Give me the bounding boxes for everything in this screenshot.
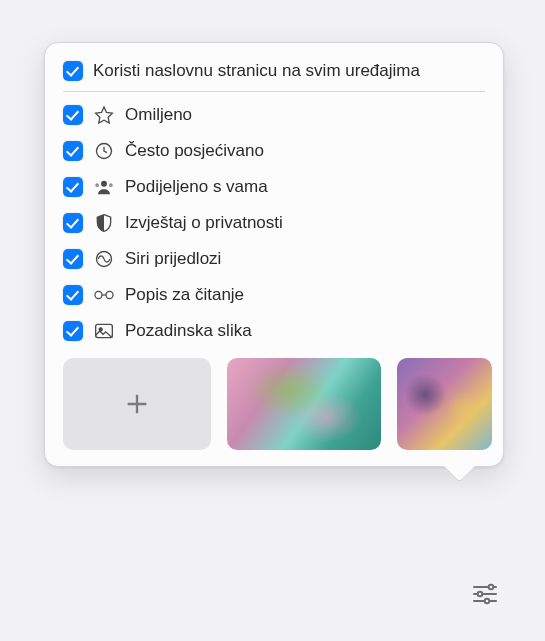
svg-point-3	[95, 183, 99, 187]
option-reading-list: Popis za čitanje	[63, 280, 485, 310]
option-siri-suggestions: Siri prijedlozi	[63, 244, 485, 274]
frequently-visited-label: Često posjećivano	[125, 141, 264, 161]
svg-point-13	[478, 592, 483, 597]
svg-point-2	[101, 181, 107, 187]
header-row: Koristi naslovnu stranicu na svim uređaj…	[45, 57, 503, 91]
background-thumbnails	[45, 358, 503, 450]
background-image-checkbox[interactable]	[63, 321, 83, 341]
option-frequently-visited: Često posjećivano	[63, 136, 485, 166]
siri-suggestions-checkbox[interactable]	[63, 249, 83, 269]
add-background-button[interactable]	[63, 358, 211, 450]
people-icon	[93, 176, 115, 198]
option-background-image: Pozadinska slika	[63, 316, 485, 346]
favorites-label: Omiljeno	[125, 105, 192, 125]
reading-list-label: Popis za čitanje	[125, 285, 244, 305]
start-page-settings-popover: Koristi naslovnu stranicu na svim uređaj…	[44, 42, 504, 467]
use-on-all-devices-checkbox[interactable]	[63, 61, 83, 81]
shared-with-you-label: Podijeljeno s vama	[125, 177, 268, 197]
star-icon	[93, 104, 115, 126]
frequently-visited-checkbox[interactable]	[63, 141, 83, 161]
option-privacy-report: Izvještaj o privatnosti	[63, 208, 485, 238]
svg-point-11	[489, 585, 494, 590]
svg-marker-0	[96, 107, 113, 123]
background-thumbnail-1[interactable]	[227, 358, 381, 450]
divider	[63, 91, 485, 92]
privacy-report-label: Izvještaj o privatnosti	[125, 213, 283, 233]
header-label: Koristi naslovnu stranicu na svim uređaj…	[93, 61, 420, 81]
clock-icon	[93, 140, 115, 162]
options-list: Omiljeno Često posjećivano Podijeljeno s…	[45, 100, 503, 358]
background-thumbnail-2[interactable]	[397, 358, 492, 450]
option-shared-with-you: Podijeljeno s vama	[63, 172, 485, 202]
svg-point-4	[109, 183, 113, 187]
privacy-report-checkbox[interactable]	[63, 213, 83, 233]
glasses-icon	[93, 284, 115, 306]
image-icon	[93, 320, 115, 342]
siri-icon	[93, 248, 115, 270]
favorites-checkbox[interactable]	[63, 105, 83, 125]
siri-suggestions-label: Siri prijedlozi	[125, 249, 221, 269]
background-image-label: Pozadinska slika	[125, 321, 252, 341]
shield-icon	[93, 212, 115, 234]
settings-button[interactable]	[470, 579, 500, 609]
shared-with-you-checkbox[interactable]	[63, 177, 83, 197]
option-favorites: Omiljeno	[63, 100, 485, 130]
svg-point-6	[95, 291, 102, 298]
svg-point-15	[485, 599, 490, 604]
svg-point-7	[106, 291, 113, 298]
reading-list-checkbox[interactable]	[63, 285, 83, 305]
